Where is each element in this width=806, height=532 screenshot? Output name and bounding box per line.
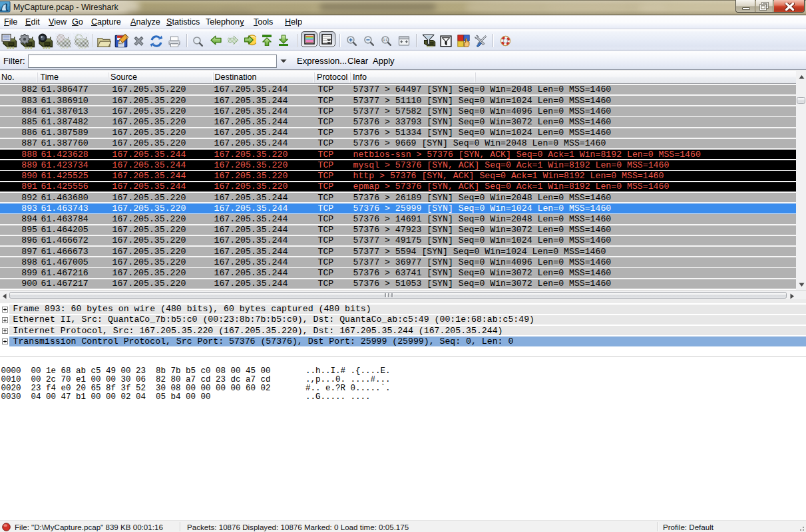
svg-text:1:1: 1:1: [383, 39, 388, 42]
